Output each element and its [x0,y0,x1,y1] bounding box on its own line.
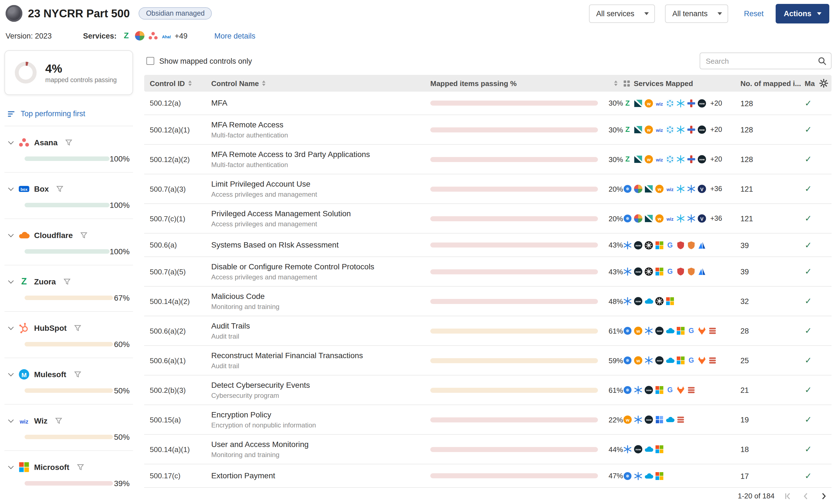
service-item-cloudflare[interactable]: Cloudflare100% [4,218,133,265]
chevron-down-icon[interactable] [8,278,14,284]
table-row[interactable]: 500.7(a)(3)Limit Privileged Account UseA… [144,174,832,204]
service-item-microsoft[interactable]: Microsoft39% [4,450,133,497]
col-header-ma[interactable]: Ma [805,79,832,88]
control-id: 500.17(c) [144,471,211,480]
chevron-down-icon[interactable] [8,139,14,144]
google-icon: G [687,326,696,335]
services-filter-dropdown[interactable]: All services [589,4,655,23]
services-filter-value: All services [596,9,634,18]
table-row[interactable]: 500.14(a)(1)User and Access MonitoringMo… [144,435,832,464]
chevron-down-icon[interactable] [8,417,14,423]
services-more-count[interactable]: +20 [710,155,722,163]
chevron-down-icon[interactable] [8,371,14,376]
wiz-icon: wiz [655,155,664,164]
passing-percent: 44% [603,445,623,453]
control-name: Reconstruct Material Financial Transacti… [211,351,426,361]
table-row[interactable]: 500.7(c)(1)Privileged Access Management … [144,204,832,234]
filter-icon[interactable] [57,186,63,192]
chevron-down-icon[interactable] [8,185,14,191]
zuora-icon: Z [18,276,30,287]
salesforce-icon [644,297,653,306]
sort-toggle[interactable]: Top performing first [8,110,133,118]
grid-icon [655,415,664,424]
col-header-mapped-count[interactable]: No. of mapped i... [740,79,805,88]
search-icon[interactable] [818,56,826,65]
snowflake-icon [676,155,685,164]
svg-text:wiz: wiz [656,101,663,106]
more-details-link[interactable]: More details [214,32,255,40]
svg-text:V: V [700,187,704,192]
col-header-passing[interactable]: Mapped items passing % [430,79,623,88]
filter-icon[interactable] [64,278,71,285]
table-row[interactable]: 500.2(b)(3)Detect Cybersecurity EventsCy… [144,375,832,405]
service-item-box[interactable]: boxBox100% [4,172,133,218]
table-row[interactable]: 500.12(a)(2)MFA Remote Access to 3rd Par… [144,145,832,174]
filter-icon[interactable] [74,371,81,378]
table-row[interactable]: 500.7(a)(5)Disable or Configure Remote C… [144,257,832,287]
sun-icon [644,240,653,250]
show-mapped-only-checkbox[interactable] [147,57,154,65]
filter-icon[interactable] [75,325,81,331]
zendesk-icon [634,155,643,164]
next-page-button[interactable] [819,491,828,500]
services-mapped-icons: nowG [623,240,740,250]
service-progress-bar [24,342,113,346]
table-row[interactable]: 500.6(a)(1)Reconstruct Material Financia… [144,346,832,375]
microsoft-icon [655,445,664,454]
table-row[interactable]: 500.17(c)Extortion Payment47%17✓ [144,464,832,488]
passing-percent: 20% [603,185,623,193]
svg-text:wiz: wiz [19,419,28,425]
service-item-asana[interactable]: Asana100% [4,126,133,172]
table-row[interactable]: 500.6(a)(2)Audit TrailsAudit trail61%wno… [144,316,832,346]
chevron-down-icon[interactable] [8,464,14,469]
service-item-mulesoft[interactable]: MMulesoft50% [4,357,133,404]
asterisk-icon [623,297,632,306]
chevron-down-icon[interactable] [8,232,14,237]
table-row[interactable]: 500.15(a)Encryption PolicyEncryption of … [144,405,832,435]
actions-button[interactable]: Actions [776,4,829,23]
service-item-hubspot[interactable]: HubSpot60% [4,311,133,357]
tenants-filter-dropdown[interactable]: All tenants [665,4,728,23]
services-more-count[interactable]: +20 [710,99,722,107]
workday-icon: w [623,415,632,424]
search-input[interactable] [700,53,832,69]
services-more-count[interactable]: +36 [710,215,722,222]
asterisk-icon [634,471,643,480]
table-row[interactable]: 500.14(a)(2)Malicious CodeMonitoring and… [144,287,832,316]
table-row[interactable]: 500.12(a)(1)MFA Remote AccessMulti-facto… [144,115,832,145]
service-item-wiz[interactable]: wizWiz50% [4,404,133,450]
filter-icon[interactable] [55,418,62,424]
col-header-control-id[interactable]: Control ID [144,79,211,88]
summary-card: 4% mapped controls passing [4,50,133,95]
svg-text:now: now [699,158,705,161]
filter-icon[interactable] [77,464,84,470]
app-window: 23 NYCRR Part 500 Obsidian managed All s… [0,0,836,504]
column-settings-gear-icon[interactable] [819,79,828,88]
filter-icon[interactable] [65,139,72,146]
google-icon: G [666,267,674,276]
col-header-services[interactable]: Services Mapped [623,79,740,88]
control-name: Systems Based on RIsk Assessment [211,240,426,250]
reset-button[interactable]: Reset [744,9,764,18]
dots-icon [666,99,674,108]
service-name: Asana [34,138,58,147]
services-more-count[interactable]: +36 [710,185,722,193]
col-header-control-name[interactable]: Control Name [211,79,430,88]
services-mapped-icons: now [623,297,740,306]
servicenow-icon: now [634,297,643,306]
filter-icon[interactable] [80,232,87,238]
services-more-count[interactable]: +20 [710,126,722,134]
table-row[interactable]: 500.6(a)Systems Based on RIsk Assessment… [144,234,832,257]
flame-icon [698,356,706,365]
previous-page-button[interactable] [801,491,810,500]
actions-button-label: Actions [784,9,812,18]
chevron-down-icon[interactable] [8,324,14,330]
control-id: 500.6(a)(2) [144,327,211,335]
microsoft-icon [655,240,664,250]
services-more-count: +49 [175,32,188,40]
mapped-checkmark-icon: ✓ [805,213,812,224]
service-item-zuora[interactable]: ZZuora67% [4,265,133,311]
table-row[interactable]: 500.12(a)MFA30%Zwwiznow+20128✓ [144,92,832,115]
workday-icon: w [634,326,643,335]
first-page-button[interactable] [783,491,793,500]
